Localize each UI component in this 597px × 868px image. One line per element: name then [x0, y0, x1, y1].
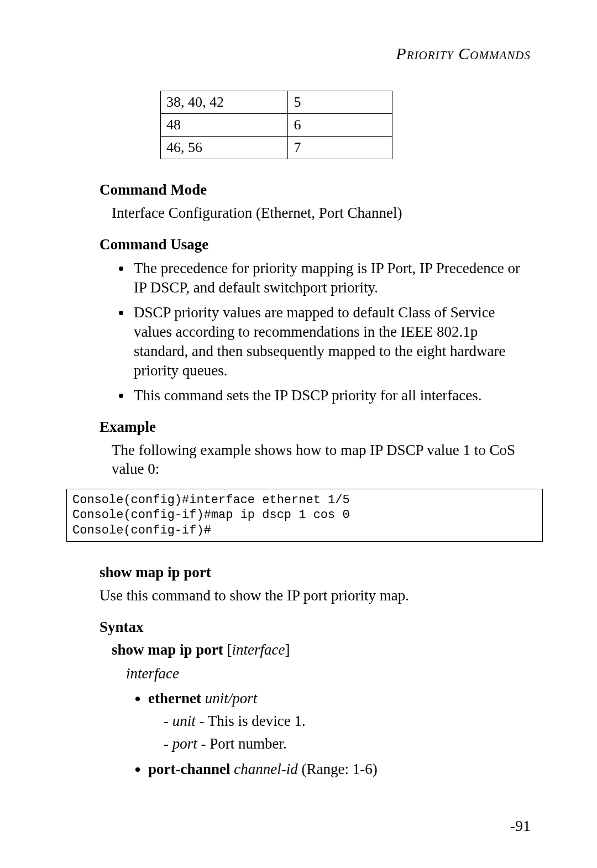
- syntax-bracket-open: [: [227, 641, 232, 658]
- syntax-line: show map ip port [interface]: [112, 641, 531, 658]
- syntax-bracket-close: ]: [285, 641, 290, 658]
- param-ethernet: ethernet unit/port unit - This is device…: [148, 688, 531, 755]
- dscp-cell: 46, 56: [161, 137, 288, 159]
- usage-bullet: DSCP priority values are mapped to defau…: [132, 303, 531, 380]
- example-intro: The following example shows how to map I…: [112, 441, 531, 479]
- port-label: port: [172, 735, 197, 752]
- command-mode-heading: Command Mode: [100, 181, 531, 198]
- port-line: port - Port number.: [164, 733, 531, 755]
- syntax-param: interface: [232, 641, 285, 658]
- cos-cell: 5: [288, 91, 392, 114]
- example-heading: Example: [100, 419, 531, 436]
- cos-cell: 6: [288, 114, 392, 137]
- port-desc: - Port number.: [197, 735, 287, 752]
- cos-cell: 7: [288, 137, 392, 159]
- usage-bullet: This command sets the IP DSCP priority f…: [132, 386, 531, 405]
- page-header: Priority Commands: [100, 44, 531, 63]
- param-interface: interface: [126, 665, 531, 682]
- table-row: 46, 56 7: [161, 137, 392, 159]
- dscp-cell: 38, 40, 42: [161, 91, 288, 114]
- show-map-heading: show map ip port: [100, 564, 531, 581]
- table-row: 48 6: [161, 114, 392, 137]
- unit-line: unit - This is device 1.: [164, 710, 531, 732]
- channel-id-range: (Range: 1-6): [298, 761, 378, 777]
- params-list: ethernet unit/port unit - This is device…: [133, 688, 531, 780]
- unit-label: unit: [172, 713, 196, 729]
- ethernet-args: unit/port: [205, 690, 258, 707]
- table-row: 38, 40, 42 5: [161, 91, 392, 114]
- show-map-desc: Use this command to show the IP port pri…: [100, 587, 531, 605]
- unit-desc: - This is device 1.: [196, 713, 306, 729]
- command-mode-text: Interface Configuration (Ethernet, Port …: [112, 204, 531, 223]
- command-usage-list: The precedence for priority mapping is I…: [116, 259, 531, 406]
- dscp-table: 38, 40, 42 5 48 6 46, 56 7: [160, 91, 392, 159]
- ethernet-subparams: unit - This is device 1. port - Port num…: [164, 710, 531, 755]
- param-port-channel: port-channel channel-id (Range: 1-6): [148, 759, 531, 780]
- channel-id-arg: channel-id: [234, 761, 297, 777]
- command-usage-heading: Command Usage: [100, 236, 531, 253]
- ethernet-keyword: ethernet: [148, 690, 201, 707]
- page: Priority Commands 38, 40, 42 5 48 6 46, …: [0, 0, 597, 868]
- syntax-command: show map ip port: [112, 641, 223, 658]
- dscp-cell: 48: [161, 114, 288, 137]
- page-number: -91: [510, 817, 531, 835]
- port-channel-keyword: port-channel: [148, 761, 231, 777]
- syntax-heading: Syntax: [100, 619, 531, 636]
- usage-bullet: The precedence for priority mapping is I…: [132, 259, 531, 297]
- example-code: Console(config)#interface ethernet 1/5 C…: [66, 489, 543, 542]
